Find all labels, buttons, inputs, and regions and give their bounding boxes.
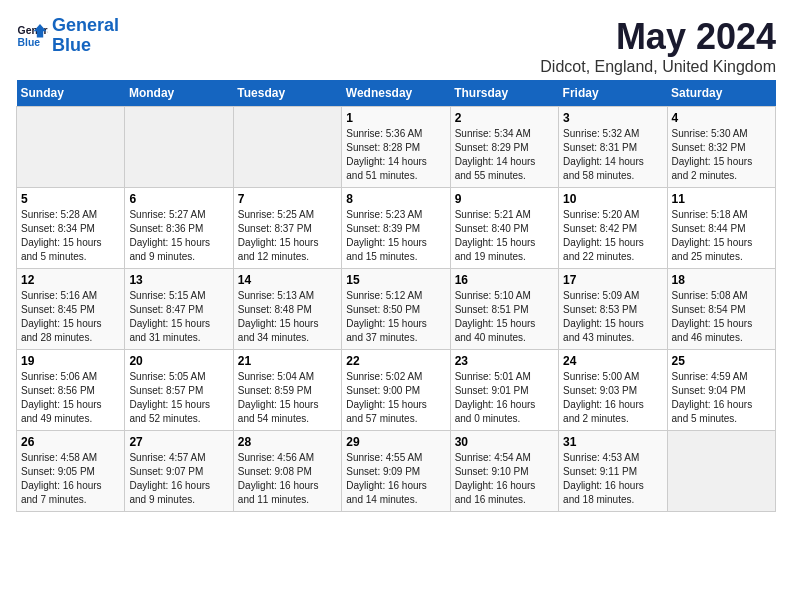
logo-text-line2: Blue	[52, 36, 119, 56]
day-cell: 13Sunrise: 5:15 AMSunset: 8:47 PMDayligh…	[125, 269, 233, 350]
day-info: Sunrise: 5:32 AMSunset: 8:31 PMDaylight:…	[563, 127, 662, 183]
day-cell: 19Sunrise: 5:06 AMSunset: 8:56 PMDayligh…	[17, 350, 125, 431]
header-friday: Friday	[559, 80, 667, 107]
day-number: 2	[455, 111, 554, 125]
day-cell: 24Sunrise: 5:00 AMSunset: 9:03 PMDayligh…	[559, 350, 667, 431]
day-cell: 16Sunrise: 5:10 AMSunset: 8:51 PMDayligh…	[450, 269, 558, 350]
day-info: Sunrise: 4:55 AMSunset: 9:09 PMDaylight:…	[346, 451, 445, 507]
day-info: Sunrise: 5:34 AMSunset: 8:29 PMDaylight:…	[455, 127, 554, 183]
day-cell: 30Sunrise: 4:54 AMSunset: 9:10 PMDayligh…	[450, 431, 558, 512]
day-number: 15	[346, 273, 445, 287]
day-info: Sunrise: 5:20 AMSunset: 8:42 PMDaylight:…	[563, 208, 662, 264]
week-row-4: 19Sunrise: 5:06 AMSunset: 8:56 PMDayligh…	[17, 350, 776, 431]
logo-icon: General Blue	[16, 20, 48, 52]
day-number: 14	[238, 273, 337, 287]
day-info: Sunrise: 4:58 AMSunset: 9:05 PMDaylight:…	[21, 451, 120, 507]
day-cell	[17, 107, 125, 188]
week-row-2: 5Sunrise: 5:28 AMSunset: 8:34 PMDaylight…	[17, 188, 776, 269]
day-info: Sunrise: 5:27 AMSunset: 8:36 PMDaylight:…	[129, 208, 228, 264]
day-number: 5	[21, 192, 120, 206]
day-number: 20	[129, 354, 228, 368]
logo: General Blue General Blue	[16, 16, 119, 56]
day-cell	[125, 107, 233, 188]
day-info: Sunrise: 5:15 AMSunset: 8:47 PMDaylight:…	[129, 289, 228, 345]
day-cell	[233, 107, 341, 188]
day-info: Sunrise: 4:53 AMSunset: 9:11 PMDaylight:…	[563, 451, 662, 507]
day-number: 29	[346, 435, 445, 449]
day-cell: 4Sunrise: 5:30 AMSunset: 8:32 PMDaylight…	[667, 107, 775, 188]
day-info: Sunrise: 5:30 AMSunset: 8:32 PMDaylight:…	[672, 127, 771, 183]
day-number: 13	[129, 273, 228, 287]
day-cell: 12Sunrise: 5:16 AMSunset: 8:45 PMDayligh…	[17, 269, 125, 350]
day-number: 1	[346, 111, 445, 125]
header-wednesday: Wednesday	[342, 80, 450, 107]
day-cell: 8Sunrise: 5:23 AMSunset: 8:39 PMDaylight…	[342, 188, 450, 269]
day-number: 11	[672, 192, 771, 206]
day-cell: 31Sunrise: 4:53 AMSunset: 9:11 PMDayligh…	[559, 431, 667, 512]
day-info: Sunrise: 5:05 AMSunset: 8:57 PMDaylight:…	[129, 370, 228, 426]
day-info: Sunrise: 5:16 AMSunset: 8:45 PMDaylight:…	[21, 289, 120, 345]
logo-text-line1: General	[52, 16, 119, 36]
day-cell: 7Sunrise: 5:25 AMSunset: 8:37 PMDaylight…	[233, 188, 341, 269]
day-number: 4	[672, 111, 771, 125]
day-number: 9	[455, 192, 554, 206]
day-cell: 1Sunrise: 5:36 AMSunset: 8:28 PMDaylight…	[342, 107, 450, 188]
day-cell	[667, 431, 775, 512]
day-cell: 10Sunrise: 5:20 AMSunset: 8:42 PMDayligh…	[559, 188, 667, 269]
day-info: Sunrise: 4:56 AMSunset: 9:08 PMDaylight:…	[238, 451, 337, 507]
day-number: 10	[563, 192, 662, 206]
header-thursday: Thursday	[450, 80, 558, 107]
day-info: Sunrise: 4:59 AMSunset: 9:04 PMDaylight:…	[672, 370, 771, 426]
week-row-3: 12Sunrise: 5:16 AMSunset: 8:45 PMDayligh…	[17, 269, 776, 350]
day-number: 12	[21, 273, 120, 287]
header-saturday: Saturday	[667, 80, 775, 107]
day-info: Sunrise: 5:25 AMSunset: 8:37 PMDaylight:…	[238, 208, 337, 264]
day-number: 23	[455, 354, 554, 368]
subtitle: Didcot, England, United Kingdom	[540, 58, 776, 76]
day-cell: 26Sunrise: 4:58 AMSunset: 9:05 PMDayligh…	[17, 431, 125, 512]
day-number: 6	[129, 192, 228, 206]
header-tuesday: Tuesday	[233, 80, 341, 107]
day-info: Sunrise: 5:18 AMSunset: 8:44 PMDaylight:…	[672, 208, 771, 264]
day-cell: 6Sunrise: 5:27 AMSunset: 8:36 PMDaylight…	[125, 188, 233, 269]
day-info: Sunrise: 5:04 AMSunset: 8:59 PMDaylight:…	[238, 370, 337, 426]
day-info: Sunrise: 5:21 AMSunset: 8:40 PMDaylight:…	[455, 208, 554, 264]
day-info: Sunrise: 5:02 AMSunset: 9:00 PMDaylight:…	[346, 370, 445, 426]
calendar-table: SundayMondayTuesdayWednesdayThursdayFrid…	[16, 80, 776, 512]
day-info: Sunrise: 5:13 AMSunset: 8:48 PMDaylight:…	[238, 289, 337, 345]
day-number: 19	[21, 354, 120, 368]
day-cell: 25Sunrise: 4:59 AMSunset: 9:04 PMDayligh…	[667, 350, 775, 431]
day-cell: 14Sunrise: 5:13 AMSunset: 8:48 PMDayligh…	[233, 269, 341, 350]
svg-text:Blue: Blue	[18, 36, 41, 47]
day-cell: 28Sunrise: 4:56 AMSunset: 9:08 PMDayligh…	[233, 431, 341, 512]
calendar-header-row: SundayMondayTuesdayWednesdayThursdayFrid…	[17, 80, 776, 107]
day-info: Sunrise: 5:01 AMSunset: 9:01 PMDaylight:…	[455, 370, 554, 426]
day-info: Sunrise: 5:10 AMSunset: 8:51 PMDaylight:…	[455, 289, 554, 345]
day-info: Sunrise: 5:09 AMSunset: 8:53 PMDaylight:…	[563, 289, 662, 345]
day-cell: 23Sunrise: 5:01 AMSunset: 9:01 PMDayligh…	[450, 350, 558, 431]
day-info: Sunrise: 5:28 AMSunset: 8:34 PMDaylight:…	[21, 208, 120, 264]
day-cell: 27Sunrise: 4:57 AMSunset: 9:07 PMDayligh…	[125, 431, 233, 512]
day-info: Sunrise: 5:23 AMSunset: 8:39 PMDaylight:…	[346, 208, 445, 264]
week-row-1: 1Sunrise: 5:36 AMSunset: 8:28 PMDaylight…	[17, 107, 776, 188]
day-cell: 17Sunrise: 5:09 AMSunset: 8:53 PMDayligh…	[559, 269, 667, 350]
day-number: 8	[346, 192, 445, 206]
day-cell: 22Sunrise: 5:02 AMSunset: 9:00 PMDayligh…	[342, 350, 450, 431]
day-cell: 5Sunrise: 5:28 AMSunset: 8:34 PMDaylight…	[17, 188, 125, 269]
main-title: May 2024	[540, 16, 776, 58]
day-number: 21	[238, 354, 337, 368]
day-number: 17	[563, 273, 662, 287]
day-info: Sunrise: 5:00 AMSunset: 9:03 PMDaylight:…	[563, 370, 662, 426]
day-number: 25	[672, 354, 771, 368]
title-block: May 2024 Didcot, England, United Kingdom	[540, 16, 776, 76]
day-number: 31	[563, 435, 662, 449]
page-header: General Blue General Blue May 2024 Didco…	[16, 16, 776, 76]
header-monday: Monday	[125, 80, 233, 107]
day-number: 22	[346, 354, 445, 368]
day-cell: 15Sunrise: 5:12 AMSunset: 8:50 PMDayligh…	[342, 269, 450, 350]
day-number: 18	[672, 273, 771, 287]
day-number: 30	[455, 435, 554, 449]
day-cell: 3Sunrise: 5:32 AMSunset: 8:31 PMDaylight…	[559, 107, 667, 188]
day-cell: 11Sunrise: 5:18 AMSunset: 8:44 PMDayligh…	[667, 188, 775, 269]
day-cell: 29Sunrise: 4:55 AMSunset: 9:09 PMDayligh…	[342, 431, 450, 512]
